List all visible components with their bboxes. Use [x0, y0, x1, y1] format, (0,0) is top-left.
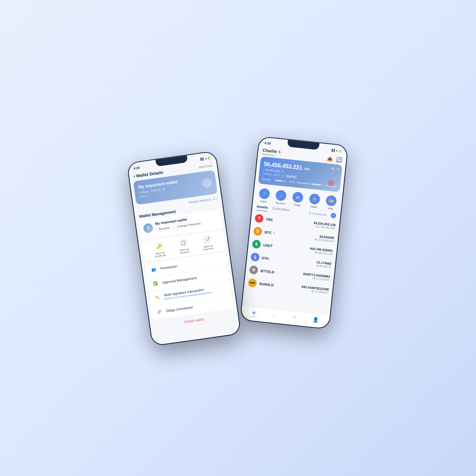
- phone-frame-left: 4:20 ▌▌ ● 🔋 ‹ Wallet Details MainChain M…: [127, 150, 241, 346]
- eye-icon[interactable]: 👁: [331, 166, 335, 171]
- eth-name: ETH: [262, 256, 269, 260]
- wallet-avatar: 💎: [143, 223, 154, 234]
- send-action[interactable]: ↑ Send: [258, 188, 270, 204]
- energy-label: Energy: [262, 177, 273, 181]
- stake-label: Stake: [310, 205, 317, 209]
- swap-action[interactable]: ⇄ Swap: [292, 191, 304, 207]
- backup-mnemonic[interactable]: 📝 Back Upmnemonic: [201, 234, 214, 251]
- tab-assets[interactable]: Assets: [256, 204, 268, 212]
- dapp-icon: 🔗: [155, 308, 164, 316]
- usdt-icon: $: [252, 240, 261, 249]
- multisig-icon: ✏️: [153, 294, 162, 302]
- bttold-values: 2648771.04328662 ≈$ 6.77419355: [303, 272, 330, 281]
- tab-preference[interactable]: ⇅ Preference: [309, 211, 327, 217]
- phone-right: 4:20 ▌▌ ● 🔋 Charlie ⇅ MainChain 📤 🔄: [240, 136, 348, 329]
- send-label: Send: [260, 200, 267, 203]
- nav-profile[interactable]: 👤: [312, 317, 319, 323]
- phone-left: 4:20 ▌▌ ● 🔋 ‹ Wallet Details MainChain M…: [127, 150, 241, 346]
- left-screen: 4:20 ▌▌ ● 🔋 ‹ Wallet Details MainChain M…: [127, 152, 240, 346]
- sunold-values: 692.418878222498 ≈$ 13.5483871: [301, 285, 329, 294]
- btc-values: 30.810455 ≈$ 1555,934,813: [314, 234, 334, 243]
- stake-action[interactable]: 🔒 Stake: [308, 193, 321, 209]
- eth-icon: ⟠: [250, 253, 260, 262]
- bandwidth-bar-fill: [311, 183, 321, 185]
- back-arrow-icon: ‹: [133, 173, 135, 179]
- copy-address-icon[interactable]: ⧉: [282, 174, 283, 177]
- backup-keystore-label: Back Upkeystore: [180, 248, 189, 254]
- trx-name: TRX: [266, 217, 273, 222]
- asset-list: T TRX 34,234,453.126 ≈$ 2,760,842,982 ₿ …: [244, 211, 340, 298]
- vote-action[interactable]: 🎫 Vote: [325, 195, 337, 210]
- permission-icon: 👥: [149, 265, 158, 274]
- phones-container: 4:20 ▌▌ ● 🔋 ‹ Wallet Details MainChain M…: [138, 145, 338, 331]
- energy-bar-fill: [275, 180, 282, 181]
- energy-val: 37/60: [289, 180, 295, 184]
- sunold-name: SUNOLD: [259, 282, 274, 287]
- scan-icon[interactable]: 🔄: [336, 157, 342, 163]
- vote-label: Vote: [328, 207, 333, 210]
- keystore-icon: 📋: [178, 237, 189, 248]
- send-icon: ↑: [259, 188, 270, 200]
- usdt-values: 602,786.035091 ≈$ 606,000.199: [310, 246, 333, 255]
- time-left: 4:20: [133, 166, 140, 170]
- bottom-nav: ◈ ⬡ ↺ 👤: [241, 306, 330, 329]
- add-asset-button[interactable]: +: [331, 213, 336, 218]
- chain-label-left: MainChain: [199, 164, 213, 169]
- stake-icon: 🔒: [309, 193, 320, 205]
- backup-private-key[interactable]: 🔑 Back Upprivate key: [153, 241, 166, 258]
- non-hd-badge: Non-HD: [285, 175, 297, 179]
- sunold-icon: 😎: [248, 278, 257, 287]
- status-icons-left: ▌▌ ● 🔋: [200, 156, 211, 161]
- status-icons-right: ▌▌ ● 🔋: [332, 149, 342, 153]
- trx-values: 34,234,453.126 ≈$ 2,760,842,982: [313, 221, 336, 230]
- key-icon: 🔑: [154, 241, 165, 251]
- balance-card-icons: 👁 ↗: [331, 166, 339, 171]
- bttold-name: BTTOLD: [260, 269, 275, 274]
- btc-icon: ₿: [253, 227, 262, 236]
- backup-keystore[interactable]: 📋 Back Upkeystore: [178, 237, 190, 254]
- bandwidth-bar-bg: [311, 183, 323, 186]
- nav-discover[interactable]: ⬡: [272, 312, 277, 319]
- eth-values: 21.174682 ≈$ 85,885.35: [316, 260, 332, 268]
- phone-frame-right: 4:20 ▌▌ ● 🔋 Charlie ⇅ MainChain 📤 🔄: [240, 136, 348, 329]
- nav-assets-icon: ◈: [252, 309, 256, 315]
- swap-icon: ⇄: [292, 191, 304, 203]
- preference-label: Preference: [312, 212, 327, 216]
- right-screen: 4:20 ▌▌ ● 🔋 Charlie ⇅ MainChain 📤 🔄: [241, 137, 348, 329]
- nav-history-icon: ↺: [292, 314, 297, 321]
- receive-icon: ↓: [275, 190, 287, 201]
- receive-action[interactable]: ↓ Receive: [275, 190, 287, 205]
- nav-active-dot: [253, 316, 254, 317]
- preference-icon: ⇅: [309, 211, 312, 215]
- bttold-icon: B: [249, 265, 258, 274]
- bandwidth-label: Bandwidth: [297, 181, 309, 185]
- swap-label: Swap: [294, 203, 300, 207]
- backup-private-key-label: Back Upprivate key: [154, 251, 167, 258]
- permission-label: Permission: [160, 264, 177, 270]
- dapp-label: DApp Connection: [166, 305, 193, 313]
- tab-collectibles[interactable]: Collectibles: [272, 206, 290, 214]
- mnemonic-icon: 📝: [202, 234, 213, 245]
- time-right: 4:20: [264, 141, 271, 145]
- dropdown-icon[interactable]: ⇅: [278, 150, 281, 154]
- btc-name: BTC ✓: [264, 230, 275, 235]
- page-title: Wallet Details: [136, 170, 163, 178]
- btc-check-icon: ✓: [273, 231, 275, 235]
- nav-history[interactable]: ↺: [292, 314, 297, 321]
- nav-assets[interactable]: ◈: [252, 309, 256, 317]
- energy-bar-bg: [275, 180, 287, 182]
- approval-label: Approval Management: [162, 276, 197, 285]
- header-icons: 📤 🔄: [327, 155, 342, 163]
- tron-logo-decoration: 🔴: [324, 177, 337, 189]
- rename-button[interactable]: Rename: [155, 225, 173, 232]
- balance-currency: TRX: [304, 167, 310, 171]
- trx-icon: T: [254, 214, 264, 223]
- nav-discover-icon: ⬡: [272, 312, 277, 319]
- vote-icon: 🎫: [326, 195, 337, 207]
- copy-icon[interactable]: ⧉: [162, 188, 164, 191]
- nav-profile-icon: 👤: [312, 317, 319, 323]
- approval-icon: ✅: [151, 279, 160, 288]
- receive-label: Receive: [275, 201, 285, 205]
- send-header-icon[interactable]: 📤: [327, 155, 333, 162]
- expand-icon[interactable]: ↗: [336, 167, 340, 171]
